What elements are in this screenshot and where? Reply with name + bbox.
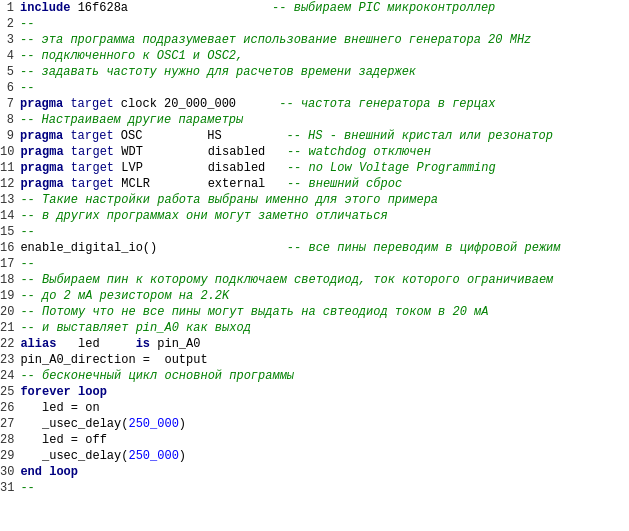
line-content: enable_digital_io() -- все пины переводи… xyxy=(20,240,629,256)
line-content: -- Такие настройки работа выбраны именно… xyxy=(20,192,629,208)
line-content: pragma target OSC HS -- HS - внешний кри… xyxy=(20,128,629,144)
line-content: -- Выбираем пин к которому подключаем св… xyxy=(20,272,629,288)
line-content: end loop xyxy=(20,464,629,480)
line-number: 22 xyxy=(0,336,20,352)
line-number: 18 xyxy=(0,272,20,288)
line-number: 20 xyxy=(0,304,20,320)
line-number: 26 xyxy=(0,400,20,416)
line-number: 5 xyxy=(0,64,20,80)
line-content: pragma target WDT disabled -- watchdog о… xyxy=(20,144,629,160)
line-content: led = off xyxy=(20,432,629,448)
line-content: -- xyxy=(20,16,629,32)
line-content: pragma target LVP disabled -- no Low Vol… xyxy=(20,160,629,176)
line-number: 11 xyxy=(0,160,20,176)
line-number: 14 xyxy=(0,208,20,224)
table-row: 10pragma target WDT disabled -- watchdog… xyxy=(0,144,629,160)
line-content: -- эта программа подразумевает использов… xyxy=(20,32,629,48)
table-row: 11pragma target LVP disabled -- no Low V… xyxy=(0,160,629,176)
table-row: 17-- xyxy=(0,256,629,272)
line-number: 4 xyxy=(0,48,20,64)
line-content: -- подключенного к OSC1 и OSC2, xyxy=(20,48,629,64)
table-row: 22alias led is pin_A0 xyxy=(0,336,629,352)
table-row: 13-- Такие настройки работа выбраны имен… xyxy=(0,192,629,208)
table-row: 15-- xyxy=(0,224,629,240)
line-number: 9 xyxy=(0,128,20,144)
line-number: 27 xyxy=(0,416,20,432)
table-row: 27 _usec_delay(250_000) xyxy=(0,416,629,432)
line-content: -- и выставляет pin_A0 как выход xyxy=(20,320,629,336)
line-number: 30 xyxy=(0,464,20,480)
table-row: 16enable_digital_io() -- все пины перево… xyxy=(0,240,629,256)
table-row: 5-- задавать частоту нужно для расчетов … xyxy=(0,64,629,80)
line-number: 8 xyxy=(0,112,20,128)
table-row: 24-- бесконечный цикл основной программы xyxy=(0,368,629,384)
line-content: -- в других программах они могут заметно… xyxy=(20,208,629,224)
line-content: -- до 2 мА резистором на 2.2K xyxy=(20,288,629,304)
line-number: 23 xyxy=(0,352,20,368)
line-number: 24 xyxy=(0,368,20,384)
table-row: 14-- в других программах они могут замет… xyxy=(0,208,629,224)
line-number: 13 xyxy=(0,192,20,208)
line-number: 25 xyxy=(0,384,20,400)
line-content: forever loop xyxy=(20,384,629,400)
table-row: 6-- xyxy=(0,80,629,96)
line-number: 29 xyxy=(0,448,20,464)
table-row: 19-- до 2 мА резистором на 2.2K xyxy=(0,288,629,304)
table-row: 26 led = on xyxy=(0,400,629,416)
line-content: _usec_delay(250_000) xyxy=(20,448,629,464)
line-content: pin_A0_direction = output xyxy=(20,352,629,368)
line-number: 21 xyxy=(0,320,20,336)
line-content: alias led is pin_A0 xyxy=(20,336,629,352)
line-content: led = on xyxy=(20,400,629,416)
table-row: 23pin_A0_direction = output xyxy=(0,352,629,368)
table-row: 8-- Настраиваем другие параметры xyxy=(0,112,629,128)
line-content: -- xyxy=(20,256,629,272)
line-number: 15 xyxy=(0,224,20,240)
line-content: -- xyxy=(20,480,629,496)
table-row: 2-- xyxy=(0,16,629,32)
table-row: 28 led = off xyxy=(0,432,629,448)
line-content: -- xyxy=(20,224,629,240)
line-number: 19 xyxy=(0,288,20,304)
table-row: 20-- Потому что не все пины могут выдать… xyxy=(0,304,629,320)
line-number: 16 xyxy=(0,240,20,256)
table-row: 9pragma target OSC HS -- HS - внешний кр… xyxy=(0,128,629,144)
line-number: 12 xyxy=(0,176,20,192)
line-content: -- бесконечный цикл основной программы xyxy=(20,368,629,384)
line-content: -- Потому что не все пины могут выдать н… xyxy=(20,304,629,320)
line-content: -- xyxy=(20,80,629,96)
line-number: 7 xyxy=(0,96,20,112)
code-editor: 1include 16f628a -- выбираем PIC микроко… xyxy=(0,0,629,531)
table-row: 31-- xyxy=(0,480,629,496)
table-row: 1include 16f628a -- выбираем PIC микроко… xyxy=(0,0,629,16)
line-number: 1 xyxy=(0,0,20,16)
table-row: 29 _usec_delay(250_000) xyxy=(0,448,629,464)
table-row: 21-- и выставляет pin_A0 как выход xyxy=(0,320,629,336)
line-content: pragma target clock 20_000_000 -- частот… xyxy=(20,96,629,112)
table-row: 12pragma target MCLR external -- внешний… xyxy=(0,176,629,192)
line-number: 17 xyxy=(0,256,20,272)
line-content: -- Настраиваем другие параметры xyxy=(20,112,629,128)
line-number: 2 xyxy=(0,16,20,32)
table-row: 18-- Выбираем пин к которому подключаем … xyxy=(0,272,629,288)
line-number: 3 xyxy=(0,32,20,48)
table-row: 7pragma target clock 20_000_000 -- часто… xyxy=(0,96,629,112)
line-number: 28 xyxy=(0,432,20,448)
table-row: 25forever loop xyxy=(0,384,629,400)
table-row: 30end loop xyxy=(0,464,629,480)
line-content: -- задавать частоту нужно для расчетов в… xyxy=(20,64,629,80)
table-row: 3-- эта программа подразумевает использо… xyxy=(0,32,629,48)
line-number: 6 xyxy=(0,80,20,96)
line-content: include 16f628a -- выбираем PIC микрокон… xyxy=(20,0,629,16)
line-content: _usec_delay(250_000) xyxy=(20,416,629,432)
line-number: 31 xyxy=(0,480,20,496)
line-number: 10 xyxy=(0,144,20,160)
line-content: pragma target MCLR external -- внешний с… xyxy=(20,176,629,192)
table-row: 4-- подключенного к OSC1 и OSC2, xyxy=(0,48,629,64)
